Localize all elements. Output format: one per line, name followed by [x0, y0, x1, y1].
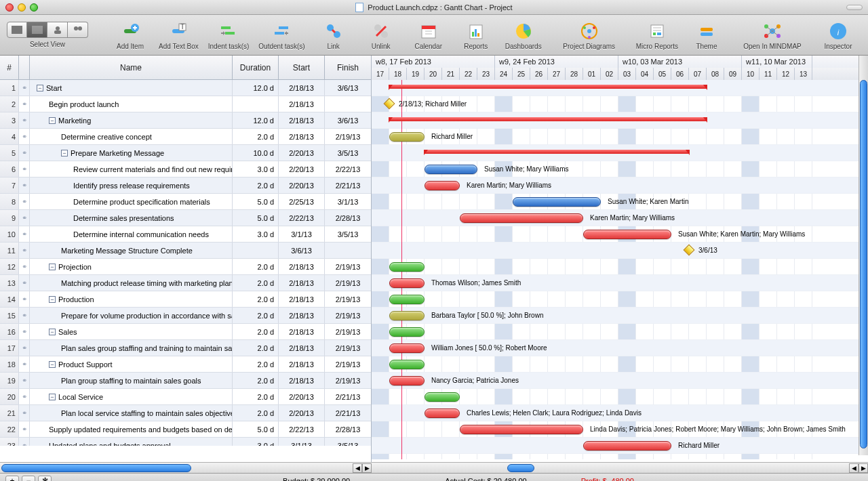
- start-cell[interactable]: 3/1/13: [279, 226, 325, 242]
- table-row[interactable]: 3⚭−Marketing12.0 d2/18/133/6/13: [0, 112, 371, 129]
- view-resource-button[interactable]: [47, 22, 68, 38]
- task-name-cell[interactable]: Marketing Message Structure Complete: [30, 243, 233, 258]
- duration-cell[interactable]: 3.0 d: [233, 226, 279, 242]
- task-name-cell[interactable]: −Local Service: [30, 389, 233, 404]
- duration-cell[interactable]: 3.0 d: [233, 438, 279, 446]
- toolbar-unlink[interactable]: Unlink: [362, 20, 400, 50]
- collapse-icon[interactable]: −: [49, 117, 56, 124]
- table-row[interactable]: 5⚭−Prepare Marketing Message10.0 d2/20/1…: [0, 145, 371, 161]
- toolbar-inspector[interactable]: iInspector: [819, 20, 857, 50]
- duration-cell[interactable]: 2.0 d: [233, 389, 279, 404]
- finish-cell[interactable]: 2/19/13: [325, 308, 371, 323]
- task-name-cell[interactable]: Identify press release requirements: [30, 177, 233, 193]
- task-name-cell[interactable]: Prepare for volume production in accorda…: [30, 308, 233, 323]
- duration-cell[interactable]: [233, 96, 279, 112]
- settings-button[interactable]: ✻: [38, 476, 52, 482]
- hscroll-right-arrow[interactable]: ▶: [362, 463, 372, 473]
- toolbar-reports[interactable]: Reports: [457, 20, 495, 50]
- gantt-bar[interactable]: [389, 278, 425, 288]
- finish-cell[interactable]: [325, 96, 371, 112]
- finish-cell[interactable]: 2/28/13: [325, 421, 371, 437]
- gantt-bar[interactable]: [389, 311, 425, 320]
- hscroll-left-arrow[interactable]: ◀: [353, 463, 362, 473]
- hscroll-thumb[interactable]: [507, 464, 534, 472]
- toolbar-project-diagrams[interactable]: Project Diagrams: [552, 20, 627, 50]
- duration-cell[interactable]: 2.0 d: [233, 177, 279, 193]
- gantt-bar[interactable]: [583, 230, 671, 239]
- table-row[interactable]: 10⚭Determine internal communication need…: [0, 226, 371, 243]
- table-row[interactable]: 15⚭Prepare for volume production in acco…: [0, 308, 371, 324]
- task-name-cell[interactable]: −Projection: [30, 259, 233, 274]
- task-name-cell[interactable]: Begin product launch: [30, 96, 233, 112]
- task-name-cell[interactable]: Plan group staffing to maintain sales go…: [30, 373, 233, 388]
- collapse-icon[interactable]: −: [49, 394, 56, 400]
- table-row[interactable]: 9⚭Determine sales presentations5.0 d2/22…: [0, 210, 371, 226]
- table-row[interactable]: 6⚭Review current materials and find out …: [0, 161, 371, 177]
- duration-cell[interactable]: 5.0 d: [233, 210, 279, 226]
- collapse-icon[interactable]: −: [49, 361, 56, 368]
- finish-cell[interactable]: [325, 243, 371, 258]
- view-gantt-button[interactable]: [27, 22, 47, 38]
- col-header-name[interactable]: Name: [30, 56, 233, 79]
- toolbar-micro-reports[interactable]: Micro Reports: [636, 20, 678, 50]
- task-name-cell[interactable]: −Start: [30, 80, 233, 96]
- table-row[interactable]: 22⚭Supply updated requirements and budge…: [0, 421, 371, 438]
- gantt-bar[interactable]: [460, 425, 583, 434]
- duration-cell[interactable]: 2.0 d: [233, 308, 279, 323]
- toolbar-link[interactable]: Link: [315, 20, 353, 50]
- task-name-cell[interactable]: −Production: [30, 291, 233, 307]
- start-cell[interactable]: 2/20/13: [279, 161, 325, 177]
- gantt-chart[interactable]: w8, 17 Feb 2013w9, 24 Feb 2013w10, 03 Ma…: [372, 56, 868, 462]
- duration-cell[interactable]: 10.0 d: [233, 145, 279, 161]
- task-name-cell[interactable]: Determine sales presentations: [30, 210, 233, 226]
- finish-cell[interactable]: 3/6/13: [325, 112, 371, 128]
- start-cell[interactable]: 2/25/13: [279, 194, 325, 209]
- start-cell[interactable]: 2/18/13: [279, 291, 325, 307]
- task-name-cell[interactable]: Determine internal communication needs: [30, 226, 233, 242]
- table-row[interactable]: 4⚭Determine creative concept2.0 d2/18/13…: [0, 129, 371, 145]
- collapse-icon[interactable]: −: [49, 264, 56, 270]
- vertical-scrollbar[interactable]: [859, 56, 868, 455]
- gantt-bar[interactable]: [425, 165, 477, 174]
- toolbar-dashboards[interactable]: Dashboards: [505, 20, 542, 50]
- finish-cell[interactable]: 2/19/13: [325, 373, 371, 388]
- start-cell[interactable]: 3/6/13: [279, 243, 325, 258]
- toolbar-add-text-box[interactable]: TAdd Text Box: [159, 20, 199, 50]
- start-cell[interactable]: 2/18/13: [279, 356, 325, 372]
- start-cell[interactable]: 2/18/13: [279, 259, 325, 274]
- table-row[interactable]: 13⚭Matching product release timing with …: [0, 275, 371, 291]
- start-cell[interactable]: 2/18/13: [279, 340, 325, 356]
- task-name-cell[interactable]: Updated plans and budgets approval: [30, 438, 233, 446]
- collapse-icon[interactable]: −: [61, 150, 68, 156]
- table-row[interactable]: 12⚭−Projection2.0 d2/18/132/19/13: [0, 259, 371, 275]
- gantt-bar[interactable]: [389, 376, 425, 385]
- duration-cell[interactable]: 2.0 d: [233, 373, 279, 388]
- finish-cell[interactable]: 3/1/13: [325, 194, 371, 209]
- gantt-bar[interactable]: [425, 392, 460, 402]
- start-cell[interactable]: 2/18/13: [279, 129, 325, 144]
- finish-cell[interactable]: 3/6/13: [325, 80, 371, 96]
- view-list-button[interactable]: [7, 22, 27, 38]
- summary-bar[interactable]: [389, 85, 707, 89]
- table-row[interactable]: 19⚭Plan group staffing to maintain sales…: [0, 373, 371, 389]
- vscroll-thumb[interactable]: [860, 80, 867, 448]
- start-cell[interactable]: 2/18/13: [279, 96, 325, 112]
- table-row[interactable]: 20⚭−Local Service2.0 d2/20/132/21/13: [0, 389, 371, 405]
- col-header-number[interactable]: #: [0, 56, 19, 79]
- table-row[interactable]: 8⚭Determine product specification materi…: [0, 194, 371, 210]
- view-team-button[interactable]: [68, 22, 88, 38]
- duration-cell[interactable]: 2.0 d: [233, 275, 279, 291]
- duration-cell[interactable]: 2.0 d: [233, 129, 279, 144]
- finish-cell[interactable]: 2/19/13: [325, 324, 371, 339]
- gantt-bar[interactable]: [425, 409, 460, 418]
- finish-cell[interactable]: 2/28/13: [325, 210, 371, 226]
- toolbar-theme[interactable]: Theme: [688, 20, 726, 50]
- toolbar-toggle-button[interactable]: [846, 5, 863, 10]
- table-row[interactable]: 23⚭Updated plans and budgets approval3.0…: [0, 438, 371, 446]
- duration-cell[interactable]: 2.0 d: [233, 324, 279, 339]
- start-cell[interactable]: 2/18/13: [279, 112, 325, 128]
- table-row[interactable]: 16⚭−Sales2.0 d2/18/132/19/13: [0, 324, 371, 340]
- table-row[interactable]: 17⚭Plan sales group staffing and trainin…: [0, 340, 371, 356]
- task-name-cell[interactable]: Plan local service staffing to maintain …: [30, 405, 233, 421]
- duration-cell[interactable]: 2.0 d: [233, 259, 279, 274]
